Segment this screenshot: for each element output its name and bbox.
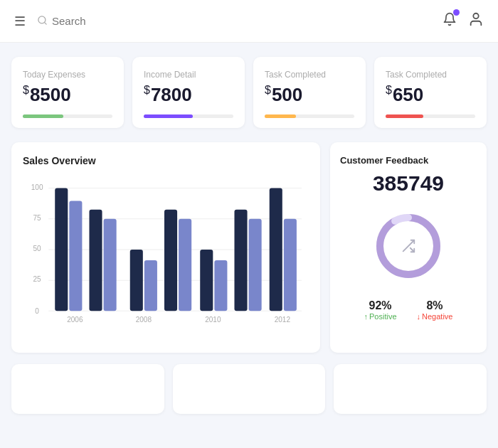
stat-card-2: Task Completed $500 xyxy=(253,57,366,128)
stat-bar-wrap-3 xyxy=(386,114,475,118)
stat-value-0: $8500 xyxy=(23,84,112,106)
bottom-card-2 xyxy=(173,364,326,414)
menu-icon[interactable]: ☰ xyxy=(14,14,26,29)
stat-card-1: Income Detail $7800 xyxy=(132,57,245,128)
svg-rect-20 xyxy=(179,219,191,311)
svg-rect-21 xyxy=(200,250,213,311)
stat-card-0: Today Expenses $8500 xyxy=(11,57,124,128)
stat-currency-1: $ xyxy=(144,84,150,96)
stat-card-3: Task Completed $650 xyxy=(374,57,487,128)
feedback-number: 385749 xyxy=(373,171,444,196)
customer-feedback-card: Customer Feedback 385749 xyxy=(330,142,487,353)
sales-title: Sales Overview xyxy=(23,155,309,166)
stat-value-1: $7800 xyxy=(144,84,233,106)
user-avatar-icon[interactable] xyxy=(468,11,484,31)
negative-label: ↓ Negative xyxy=(417,312,453,321)
positive-label: ↑ Positive xyxy=(364,312,397,321)
bottom-card-3 xyxy=(334,364,487,414)
svg-text:2012: 2012 xyxy=(275,316,291,324)
stat-currency-0: $ xyxy=(23,84,29,96)
svg-rect-19 xyxy=(164,210,177,311)
svg-text:2008: 2008 xyxy=(136,316,152,324)
search-icon xyxy=(37,15,48,28)
stat-bar-1 xyxy=(144,114,193,118)
stat-bar-0 xyxy=(23,114,63,118)
svg-line-1 xyxy=(44,22,46,24)
svg-rect-17 xyxy=(130,250,143,311)
stat-bar-wrap-1 xyxy=(144,114,233,118)
sales-chart: 100 75 50 25 0 xyxy=(23,176,309,340)
svg-rect-18 xyxy=(144,260,157,311)
svg-rect-14 xyxy=(69,201,82,311)
svg-rect-15 xyxy=(89,210,102,311)
stat-bar-2 xyxy=(265,114,296,118)
bottom-cards xyxy=(11,364,487,414)
svg-rect-22 xyxy=(214,260,227,311)
svg-text:2010: 2010 xyxy=(205,316,221,324)
stat-value-2: $500 xyxy=(265,84,354,106)
svg-rect-23 xyxy=(234,210,247,311)
negative-stat: 8% ↓ Negative xyxy=(417,299,453,321)
svg-text:2006: 2006 xyxy=(67,316,83,324)
svg-rect-13 xyxy=(55,188,68,311)
stat-label-0: Today Expenses xyxy=(23,70,112,80)
feedback-stats: 92% ↑ Positive 8% ↓ Negative xyxy=(340,299,477,321)
svg-text:100: 100 xyxy=(31,183,43,191)
down-arrow-icon: ↓ xyxy=(417,312,421,321)
search-input[interactable] xyxy=(52,15,194,27)
stat-currency-2: $ xyxy=(265,84,271,96)
stat-label-1: Income Detail xyxy=(144,70,233,80)
main-content: Today Expenses $8500 Income Detail $7800… xyxy=(0,43,498,428)
stat-bar-wrap-0 xyxy=(23,114,112,118)
negative-pct: 8% xyxy=(426,299,443,312)
stat-bar-wrap-2 xyxy=(265,114,354,118)
stats-row: Today Expenses $8500 Income Detail $7800… xyxy=(11,57,487,128)
stat-label-2: Task Completed xyxy=(265,70,354,80)
search-bar xyxy=(37,15,443,28)
svg-text:0: 0 xyxy=(35,307,39,315)
header-actions xyxy=(443,11,484,31)
up-arrow-icon: ↑ xyxy=(364,312,369,321)
stat-bar-3 xyxy=(386,114,423,118)
donut-center-icon xyxy=(401,238,416,254)
bottom-row: Sales Overview 100 75 50 25 0 xyxy=(11,142,487,353)
stat-currency-3: $ xyxy=(386,84,392,96)
stat-value-3: $650 xyxy=(386,84,475,106)
bar-chart-svg: 100 75 50 25 0 xyxy=(23,176,309,340)
donut-chart-wrap xyxy=(369,207,447,285)
svg-rect-26 xyxy=(284,219,297,311)
positive-pct: 92% xyxy=(369,299,392,312)
svg-rect-16 xyxy=(104,219,117,311)
bottom-card-1 xyxy=(11,364,164,414)
positive-stat: 92% ↑ Positive xyxy=(364,299,397,321)
feedback-title: Customer Feedback xyxy=(340,155,428,166)
sales-overview-card: Sales Overview 100 75 50 25 0 xyxy=(11,142,320,353)
svg-text:25: 25 xyxy=(33,275,42,283)
svg-rect-24 xyxy=(249,219,262,311)
svg-text:75: 75 xyxy=(33,214,42,222)
header: ☰ xyxy=(0,0,498,43)
stat-label-3: Task Completed xyxy=(386,70,475,80)
svg-rect-25 xyxy=(270,188,282,311)
notification-badge xyxy=(453,9,460,16)
svg-point-2 xyxy=(473,14,478,18)
svg-text:50: 50 xyxy=(33,245,42,252)
notification-icon[interactable] xyxy=(443,12,457,30)
